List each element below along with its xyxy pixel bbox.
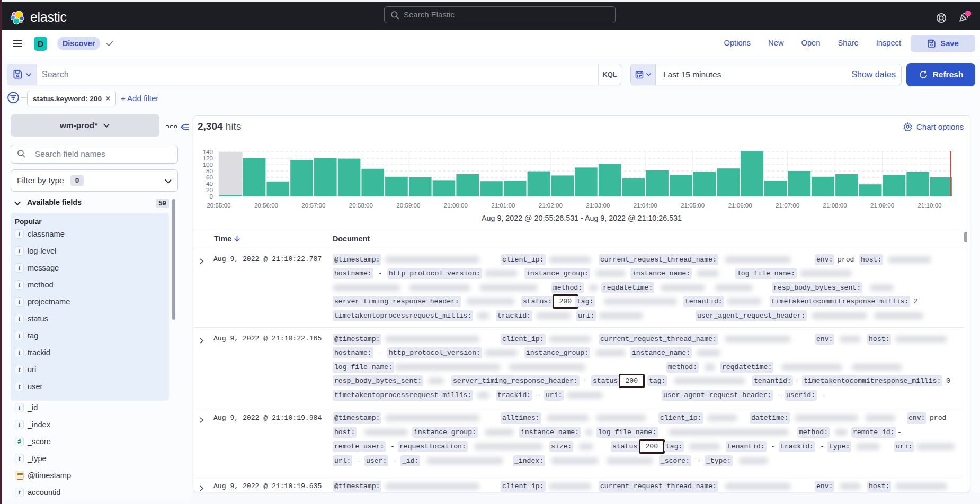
svg-text:120: 120 <box>203 155 213 161</box>
svg-text:20:56:00: 20:56:00 <box>254 202 278 209</box>
svg-text:21:06:00: 21:06:00 <box>728 202 752 209</box>
svg-text:21:07:00: 21:07:00 <box>776 202 799 209</box>
svg-text:21:09:00: 21:09:00 <box>870 202 894 209</box>
svg-text:20:57:00: 20:57:00 <box>301 202 325 209</box>
svg-text:20:59:00: 20:59:00 <box>396 202 420 209</box>
svg-text:21:01:00: 21:01:00 <box>491 202 515 209</box>
svg-text:140: 140 <box>203 148 213 155</box>
svg-text:0: 0 <box>210 193 213 200</box>
svg-text:20:55:00: 20:55:00 <box>207 202 230 209</box>
svg-text:100: 100 <box>203 161 213 168</box>
svg-text:80: 80 <box>206 167 213 174</box>
svg-text:21:00:00: 21:00:00 <box>444 202 468 209</box>
svg-text:21:08:00: 21:08:00 <box>823 202 847 209</box>
svg-text:21:05:00: 21:05:00 <box>681 202 705 209</box>
svg-text:60: 60 <box>206 174 213 181</box>
svg-text:40: 40 <box>206 180 213 187</box>
svg-text:21:03:00: 21:03:00 <box>586 202 610 209</box>
svg-text:20: 20 <box>206 186 213 193</box>
svg-text:20:58:00: 20:58:00 <box>349 202 373 209</box>
svg-text:21:02:00: 21:02:00 <box>539 202 563 209</box>
svg-text:21:04:00: 21:04:00 <box>634 202 657 209</box>
svg-text:21:10:00: 21:10:00 <box>917 202 941 209</box>
